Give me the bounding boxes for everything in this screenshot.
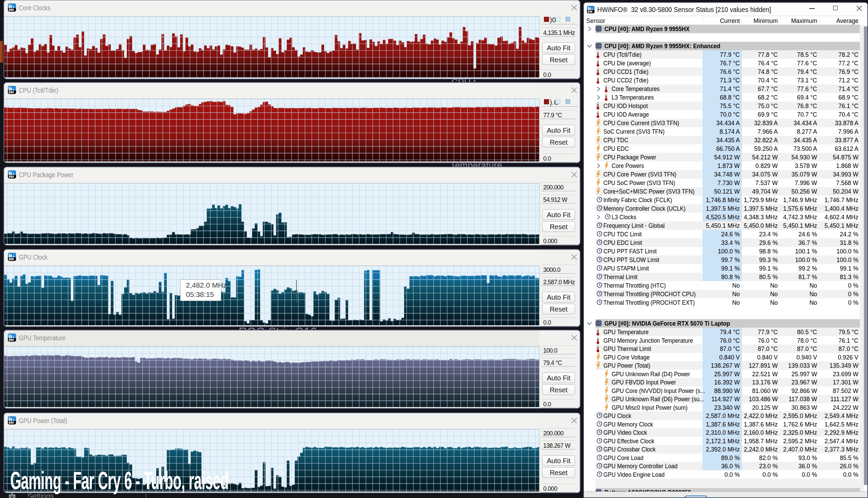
svg-text:05:38:15: 05:38:15 bbox=[186, 290, 214, 298]
svg-text:2,482.0 MHz: 2,482.0 MHz bbox=[186, 281, 227, 289]
